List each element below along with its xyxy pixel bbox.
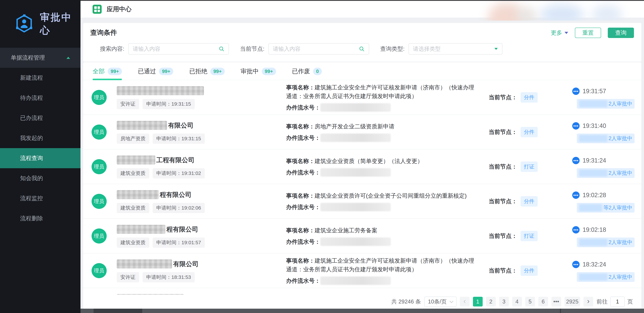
- apply-time-tag: 申请时间：19:31:02: [152, 168, 205, 178]
- approval-center-page: 审批中心 单据流程管理 新建流程 待办流程 已办流程 我发起的 流程查询 知会我…: [0, 0, 644, 313]
- sidebar: 审批中心 单据流程管理 新建流程 待办流程 已办流程 我发起的 流程查询 知会我…: [0, 0, 80, 313]
- query-panel: 查询条件 更多 重置 查询 搜索内容:: [83, 23, 641, 62]
- page-size-select[interactable]: 10条/页: [424, 297, 456, 307]
- page-button-2925[interactable]: 2925: [564, 297, 580, 307]
- matter-title: 事项名称：房地产开发企业二级资质新申请: [286, 122, 479, 131]
- page-button-5[interactable]: 5: [525, 297, 535, 307]
- app-center-grid-icon: [92, 5, 102, 14]
- sidebar-item-flow-monitor[interactable]: 流程监控: [0, 188, 80, 208]
- page-button-1[interactable]: 1: [473, 297, 483, 307]
- sidebar-item-new-flow[interactable]: 新建流程: [0, 68, 80, 88]
- more-button[interactable]: 更多: [551, 29, 568, 37]
- sidebar-item-todo-flow[interactable]: 待办流程: [0, 88, 80, 108]
- filter-row: 搜索内容: 当前节点:: [90, 43, 634, 55]
- scrollbar-thumb[interactable]: [94, 309, 142, 313]
- scrollbar-notch: [560, 309, 561, 313]
- prev-page-button[interactable]: ‹: [460, 297, 470, 307]
- caret-up-icon: [66, 57, 70, 59]
- sidebar-item-flow-delete[interactable]: 流程删除: [0, 208, 80, 228]
- category-tag: 安许证: [117, 272, 139, 282]
- node-tag: 分件: [520, 266, 538, 276]
- tab-badge: 99+: [262, 68, 276, 75]
- redacted-approvers: [579, 169, 607, 176]
- goto-page: 前往 1 页: [596, 297, 633, 307]
- next-page-button[interactable]: ›: [584, 297, 593, 307]
- current-node: 当前节点：打证: [489, 150, 568, 184]
- field-search-content: 搜索内容:: [100, 43, 229, 55]
- list-item[interactable]: 理员 有限公司 安许证 申请时间：18:31:53 事项名称：建筑施工企业安全生…: [83, 253, 641, 288]
- tab-rejected[interactable]: 已拒绝99+: [189, 67, 224, 80]
- tab-badge: 99+: [159, 68, 173, 75]
- list-item[interactable]: 理员 程有限公司 建筑业资质 申请时间：19:02:06 事项名称：建筑业企业资…: [83, 184, 641, 219]
- list-item[interactable]: 理员 工程有限公司 建筑业资质 申请时间：19:31:02 事项名称：建筑业企业…: [83, 150, 641, 184]
- tab-all[interactable]: 全部99+: [92, 67, 122, 80]
- result-panel: 全部99+ 已通过99+ 已拒绝99+ 审批中99+ 已作废0 理员: [83, 62, 641, 309]
- redacted-serial: [320, 134, 391, 142]
- serial-line: 办件流水号：: [286, 276, 479, 285]
- current-node: 当前节点：分件: [489, 253, 568, 288]
- avatar: 理员: [92, 125, 107, 140]
- sidebar-item-flow-query[interactable]: 流程查询: [0, 148, 80, 168]
- goto-page-input[interactable]: 1: [610, 297, 625, 307]
- list-item[interactable]: 理员 安许证 申请时间：19:31:15 事项名称：建筑施工企业安全生产许可证核…: [83, 80, 641, 115]
- page-button-4[interactable]: 4: [512, 297, 522, 307]
- list-item[interactable]: 理员 有限公司 房地产资质 申请时间：19:31:15 事项名称：房地产开发企业…: [83, 115, 641, 150]
- tab-approved[interactable]: 已通过99+: [138, 67, 173, 80]
- tab-badge: 99+: [210, 68, 224, 75]
- ellipsis-time-icon: •••: [572, 157, 580, 164]
- redacted-serial: [320, 277, 391, 285]
- caret-down-icon: [564, 32, 568, 34]
- ellipsis-time-icon: •••: [572, 88, 580, 95]
- caret-down-icon: [494, 48, 498, 50]
- horizontal-scrollbar[interactable]: [80, 309, 644, 313]
- apply-time-tag: 申请时间：19:02:06: [152, 203, 205, 213]
- update-time: •••19:31:57: [572, 88, 634, 95]
- current-node: 当前节点：分件: [489, 80, 568, 115]
- matter-title: 事项名称：建筑业企业资质许可(企业全资子公司间重组分立的重新核定): [286, 191, 479, 200]
- matter-title: 事项名称：建筑业企业资质（简单变更）（法人变更）: [286, 157, 479, 165]
- sidebar-item-notify-me[interactable]: 知会我的: [0, 168, 80, 188]
- ellipsis-time-icon: •••: [572, 226, 580, 233]
- page-button-3[interactable]: 3: [499, 297, 509, 307]
- redacted-approvers: [579, 100, 607, 107]
- update-time: •••19:02:28: [572, 191, 634, 199]
- redacted-serial: [320, 203, 391, 211]
- node-tag: 打证: [520, 231, 538, 241]
- current-node-input[interactable]: [273, 46, 356, 52]
- apply-time-tag: 申请时间：19:31:15: [152, 134, 205, 144]
- sidebar-item-done-flow[interactable]: 已办流程: [0, 108, 80, 128]
- query-actions: 更多 重置 查询: [551, 28, 634, 38]
- redacted-serial: [320, 103, 391, 112]
- serial-line: 办件流水号：: [286, 168, 479, 177]
- list-item[interactable]: 理员 程有限公司 建筑业资质 申请时间：19:01:57 事项名称：建筑业企业施…: [83, 219, 641, 253]
- category-tag: 安许证: [117, 99, 139, 109]
- tab-voided[interactable]: 已作废0: [292, 67, 322, 80]
- search-button[interactable]: 查询: [608, 28, 634, 38]
- sidebar-item-my-initiated[interactable]: 我发起的: [0, 128, 80, 148]
- category-tag: 建筑业资质: [117, 168, 149, 178]
- field-label: 当前节点:: [240, 45, 264, 53]
- redacted-approvers: [579, 239, 607, 246]
- matter-title: 事项名称：建筑业企业施工劳务备案: [286, 226, 479, 235]
- redacted-name: [117, 156, 155, 164]
- topbar: 应用中心: [80, 1, 644, 17]
- current-node: 当前节点：分件: [489, 184, 568, 218]
- serial-line: 办件流水号：: [286, 133, 479, 142]
- tab-badge: 99+: [108, 68, 122, 75]
- search-icon: [218, 46, 224, 52]
- sidebar-section-docs-flow[interactable]: 单据流程管理: [0, 48, 80, 68]
- query-type-select[interactable]: 请选择类型: [408, 43, 502, 55]
- page-button-2[interactable]: 2: [486, 297, 496, 307]
- redacted-serial: [320, 238, 391, 246]
- company-name: 程有限公司: [117, 190, 286, 199]
- search-content-input[interactable]: [133, 46, 216, 52]
- page-button-6[interactable]: 6: [538, 297, 548, 307]
- approver-pill: 2人审批中: [577, 134, 634, 143]
- more-pages-button[interactable]: •••: [552, 297, 561, 307]
- node-tag: 分件: [520, 196, 538, 207]
- approver-pill: 2人审批中: [577, 99, 634, 109]
- tab-in-approval[interactable]: 审批中99+: [241, 67, 276, 80]
- serial-line: 办件流水号：: [286, 237, 479, 246]
- approver-pill: 等2人审批中: [577, 203, 634, 213]
- reset-button[interactable]: 重置: [575, 28, 601, 38]
